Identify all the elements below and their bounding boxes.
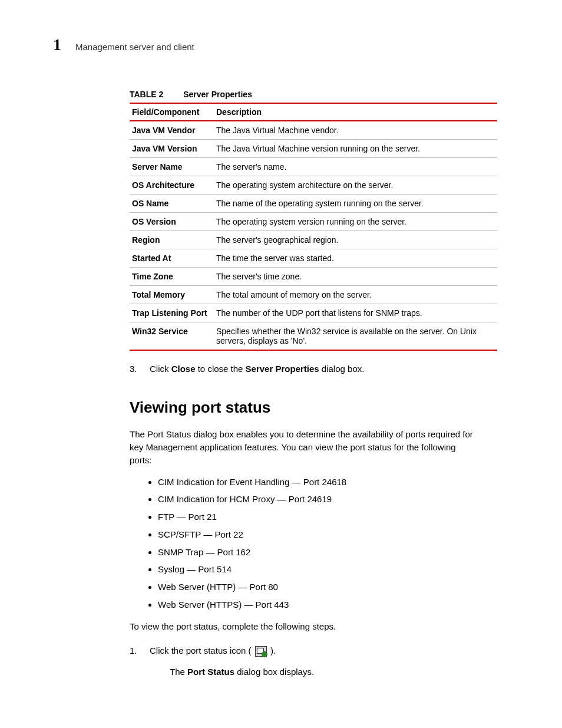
col-description: Description — [214, 103, 497, 121]
text: dialog box. — [319, 364, 365, 374]
table-caption-title: Server Properties — [183, 90, 252, 99]
field-cell: Win32 Service — [130, 322, 214, 351]
field-cell: Time Zone — [130, 268, 214, 286]
desc-cell: The operating system version running on … — [214, 213, 497, 231]
close-label: Close — [171, 364, 196, 374]
page-header: 1 Management server and client — [53, 35, 509, 54]
desc-cell: The operating system architecture on the… — [214, 176, 497, 195]
chapter-title: Management server and client — [75, 42, 194, 52]
field-cell: Java VM Version — [130, 140, 214, 158]
col-field: Field/Component — [130, 103, 214, 121]
list-item: SCP/SFTP — Port 22 — [158, 528, 474, 541]
table-row: Trap Listening PortThe number of the UDP… — [130, 304, 497, 322]
desc-cell: Specifies whether the Win32 service is a… — [214, 322, 497, 351]
field-cell: OS Name — [130, 195, 214, 213]
table-header-row: Field/Component Description — [130, 103, 497, 121]
desc-cell: The server's time zone. — [214, 268, 497, 286]
list-item: FTP — Port 21 — [158, 510, 474, 523]
table-caption: TABLE 2 Server Properties — [130, 90, 497, 99]
field-cell: Region — [130, 231, 214, 249]
table-row: OS VersionThe operating system version r… — [130, 213, 497, 231]
field-cell: Trap Listening Port — [130, 304, 214, 322]
dialog-name: Port Status — [187, 667, 234, 677]
text: Click — [150, 364, 171, 374]
list-item: CIM Indication for HCM Proxy — Port 2461… — [158, 493, 474, 506]
text: ). — [268, 645, 276, 655]
desc-cell: The server's geographical region. — [214, 231, 497, 249]
step-3: 3. Click Close to close the Server Prope… — [130, 363, 474, 375]
text: to close the — [196, 364, 246, 374]
text: Click the port status icon ( — [150, 645, 254, 655]
section-heading: Viewing port status — [130, 397, 474, 419]
field-cell: Total Memory — [130, 286, 214, 304]
field-cell: OS Architecture — [130, 176, 214, 195]
chapter-number: 1 — [53, 35, 61, 54]
desc-cell: The Java Virtual Machine version running… — [214, 140, 497, 158]
intro-paragraph: The Port Status dialog box enables you t… — [130, 428, 474, 466]
step-1: 1. Click the port status icon ( ). The P… — [130, 644, 474, 678]
text: The — [170, 667, 187, 677]
step-number: 1. — [130, 644, 143, 678]
table-row: Win32 ServiceSpecifies whether the Win32… — [130, 322, 497, 351]
desc-cell: The server's name. — [214, 158, 497, 176]
port-status-icon — [255, 646, 267, 657]
table-row: OS ArchitectureThe operating system arch… — [130, 176, 497, 195]
desc-cell: The name of the operating system running… — [214, 195, 497, 213]
field-cell: Started At — [130, 249, 214, 268]
table-row: RegionThe server's geographical region. — [130, 231, 497, 249]
table-row: Java VM VersionThe Java Virtual Machine … — [130, 140, 497, 158]
table-row: Java VM VendorThe Java Virtual Machine v… — [130, 121, 497, 140]
table-row: Started AtThe time the server was starte… — [130, 249, 497, 268]
field-cell: Java VM Vendor — [130, 121, 214, 140]
list-item: Web Server (HTTPS) — Port 443 — [158, 598, 474, 611]
step-number: 3. — [130, 363, 143, 375]
step-text: Click Close to close the Server Properti… — [150, 363, 364, 375]
table-row: OS NameThe name of the operating system … — [130, 195, 497, 213]
table-row: Server NameThe server's name. — [130, 158, 497, 176]
substep-text: The Port Status dialog box displays. — [170, 666, 314, 678]
list-item: CIM Indication for Event Handling — Port… — [158, 476, 474, 489]
list-item: Web Server (HTTP) — Port 80 — [158, 581, 474, 594]
port-list: CIM Indication for Event Handling — Port… — [130, 476, 474, 611]
desc-cell: The number of the UDP port that listens … — [214, 304, 497, 322]
table-row: Time ZoneThe server's time zone. — [130, 268, 497, 286]
outro-paragraph: To view the port status, complete the fo… — [130, 620, 474, 633]
table-row: Total MemoryThe total amount of memory o… — [130, 286, 497, 304]
dialog-name: Server Properties — [246, 364, 319, 374]
field-cell: OS Version — [130, 213, 214, 231]
desc-cell: The time the server was started. — [214, 249, 497, 268]
list-item: SNMP Trap — Port 162 — [158, 546, 474, 559]
text: dialog box displays. — [234, 667, 314, 677]
desc-cell: The total amount of memory on the server… — [214, 286, 497, 304]
server-properties-table: Field/Component Description Java VM Vend… — [130, 103, 497, 351]
list-item: Syslog — Port 514 — [158, 563, 474, 576]
desc-cell: The Java Virtual Machine vendor. — [214, 121, 497, 140]
step-text: Click the port status icon ( ). The Port… — [150, 644, 314, 678]
field-cell: Server Name — [130, 158, 214, 176]
table-caption-label: TABLE 2 — [130, 90, 163, 99]
